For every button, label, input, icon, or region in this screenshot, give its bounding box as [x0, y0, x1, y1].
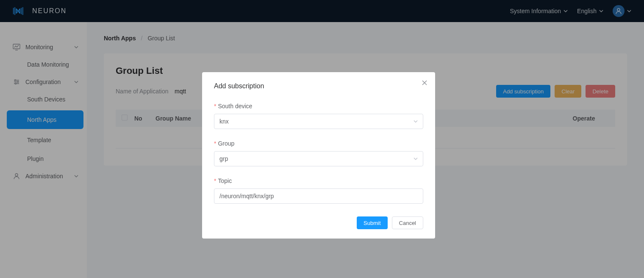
- group-select[interactable]: grp: [214, 151, 423, 166]
- form-item-group: *Group grp: [214, 140, 423, 166]
- submit-button[interactable]: Submit: [357, 216, 387, 229]
- add-subscription-dialog: Add subscription *South device knx *Grou…: [202, 72, 435, 239]
- south-device-label: *South device: [214, 103, 423, 110]
- topic-input-wrapper: [214, 188, 423, 204]
- topic-label: *Topic: [214, 177, 423, 184]
- form-item-topic: *Topic: [214, 177, 423, 204]
- chevron-down-icon: [414, 157, 418, 161]
- south-device-select[interactable]: knx: [214, 114, 423, 129]
- topic-input[interactable]: [219, 193, 418, 199]
- cancel-button[interactable]: Cancel: [392, 216, 423, 229]
- close-icon: [421, 79, 428, 87]
- dialog-close-button[interactable]: [421, 79, 428, 87]
- chevron-down-icon: [414, 119, 418, 124]
- dialog-title: Add subscription: [214, 82, 423, 90]
- dialog-footer: Submit Cancel: [214, 216, 423, 229]
- group-value: grp: [219, 155, 228, 162]
- group-label: *Group: [214, 140, 423, 147]
- south-device-value: knx: [219, 118, 229, 125]
- form-item-south-device: *South device knx: [214, 103, 423, 129]
